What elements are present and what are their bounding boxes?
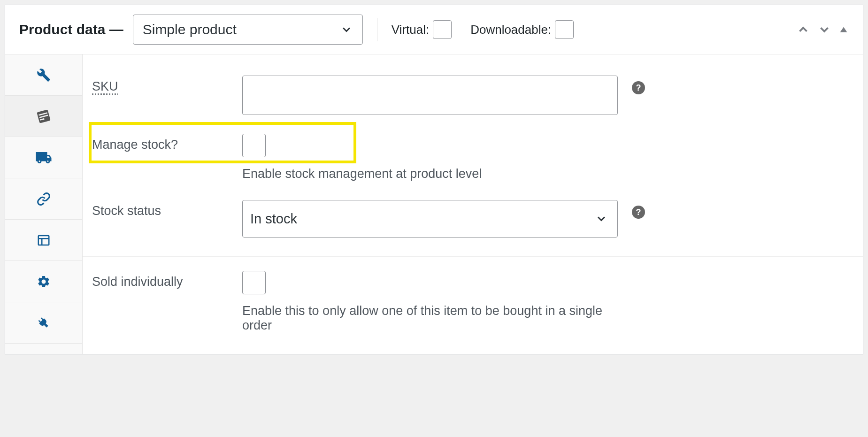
chevron-down-icon: [340, 23, 353, 36]
manage-stock-checkbox[interactable]: [242, 134, 266, 157]
sku-input[interactable]: [242, 76, 618, 115]
sold-individually-row: Sold individually Enable this to only al…: [83, 261, 863, 342]
svg-marker-0: [840, 27, 847, 32]
product-type-value: Simple product: [143, 22, 237, 38]
move-up-icon[interactable]: [796, 23, 810, 37]
tab-shipping[interactable]: [5, 137, 82, 178]
stock-status-row: Stock status In stock ?: [83, 191, 863, 257]
panel-header: Product data — Simple product Virtual: D…: [5, 5, 863, 54]
stock-status-value: In stock: [250, 211, 297, 227]
help-icon[interactable]: ?: [632, 81, 645, 94]
move-down-icon[interactable]: [817, 23, 831, 37]
virtual-option: Virtual:: [392, 20, 452, 39]
manage-stock-control-wrap: Enable stock management at product level: [242, 134, 618, 181]
divider: [377, 18, 377, 41]
tab-general[interactable]: [5, 54, 82, 96]
inventory-icon: [36, 109, 51, 124]
tab-advanced[interactable]: [5, 261, 82, 302]
header-checkbox-group: Virtual: Downloadable:: [392, 20, 574, 39]
link-icon: [37, 192, 51, 206]
tab-linked-products[interactable]: [5, 178, 82, 220]
wrench-icon: [37, 68, 51, 82]
gear-icon: [37, 275, 51, 289]
virtual-checkbox[interactable]: [433, 20, 452, 39]
plug-icon: [37, 316, 51, 330]
chevron-down-icon: [595, 212, 608, 225]
tab-get-more[interactable]: [5, 302, 82, 344]
product-type-select[interactable]: Simple product: [133, 15, 363, 45]
downloadable-checkbox[interactable]: [555, 20, 574, 39]
help-icon[interactable]: ?: [632, 206, 645, 219]
sold-individually-control-wrap: Enable this to only allow one of this it…: [242, 271, 618, 333]
manage-stock-help: Enable stock management at product level: [242, 167, 618, 181]
sku-label: SKU: [92, 76, 242, 94]
svg-rect-1: [38, 236, 49, 245]
panel-body: SKU ? Manage stock? Enable stock managem…: [5, 54, 863, 354]
tab-inventory[interactable]: [5, 96, 82, 137]
product-data-panel: Product data — Simple product Virtual: D…: [5, 5, 863, 354]
inventory-content: SKU ? Manage stock? Enable stock managem…: [83, 54, 863, 354]
sold-individually-help: Enable this to only allow one of this it…: [242, 304, 618, 333]
tabs-sidebar: [5, 54, 83, 354]
downloadable-option: Downloadable:: [470, 20, 574, 39]
tab-attributes[interactable]: [5, 220, 82, 261]
list-icon: [37, 233, 51, 247]
truck-icon: [35, 149, 52, 166]
panel-title: Product data —: [19, 22, 123, 38]
manage-stock-label: Manage stock?: [92, 134, 242, 152]
sku-control-wrap: [242, 76, 618, 115]
stock-status-label: Stock status: [92, 200, 242, 218]
sku-row: SKU ?: [83, 66, 863, 124]
sold-individually-checkbox[interactable]: [242, 271, 266, 294]
stock-status-select[interactable]: In stock: [242, 200, 618, 238]
header-controls: [796, 23, 849, 37]
downloadable-label: Downloadable:: [470, 23, 551, 37]
virtual-label: Virtual:: [392, 23, 429, 37]
sold-individually-label: Sold individually: [92, 271, 242, 289]
toggle-panel-icon[interactable]: [838, 24, 849, 35]
manage-stock-row: Manage stock? Enable stock management at…: [83, 124, 863, 191]
stock-status-control-wrap: In stock: [242, 200, 618, 238]
